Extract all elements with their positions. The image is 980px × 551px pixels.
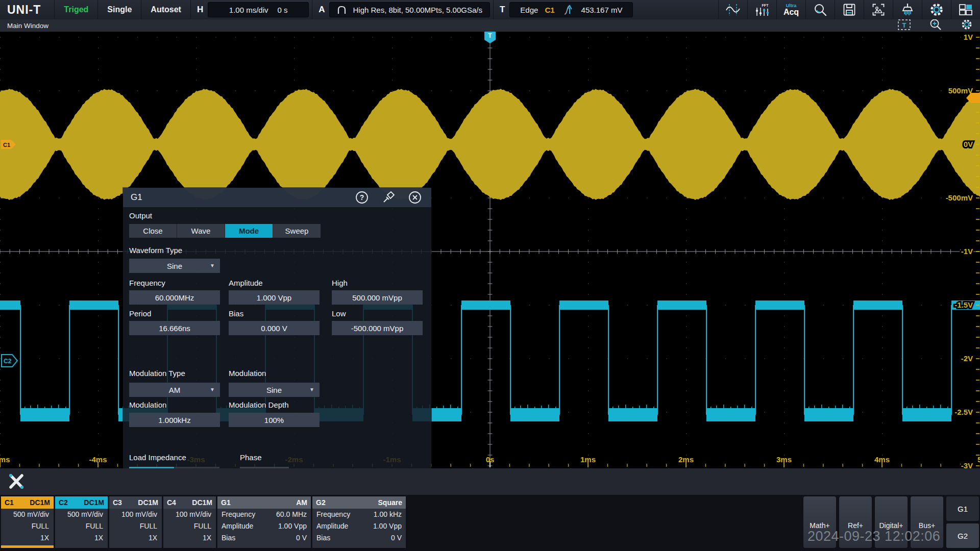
channel-setting: 1X — [1, 532, 54, 544]
fft-button[interactable]: FFT — [747, 0, 776, 19]
trigger-status-button[interactable]: Triged — [54, 0, 97, 19]
channel-setting: 500 mV/div — [1, 509, 54, 520]
tab-sweep[interactable]: Sweep — [273, 224, 321, 238]
time-axis-label: 1ms — [580, 455, 596, 464]
close-icon[interactable] — [408, 191, 422, 204]
modulation-freq-field[interactable]: 1.000kHz — [129, 413, 220, 427]
channel-setting: 500 mV/div — [55, 509, 108, 520]
trigger-display[interactable]: Edge C1 453.167 mV — [509, 2, 633, 17]
phase-label: Phase — [240, 453, 262, 462]
window-layout-button[interactable] — [951, 0, 980, 19]
channel-block-c4[interactable]: C4DC1M100 mV/divFULL1X — [163, 496, 216, 548]
tab-wave[interactable]: Wave — [177, 224, 225, 238]
high-field[interactable]: 500.000 mVpp — [332, 290, 423, 305]
time-axis-label: -4ms — [89, 455, 107, 464]
trigger-position-marker[interactable]: T — [484, 32, 496, 40]
autoset-button[interactable]: Autoset — [141, 0, 190, 19]
window-bar: Main Window T — [0, 19, 980, 32]
channel-setting: 1X — [55, 532, 108, 544]
trigger-level-marker[interactable] — [966, 93, 980, 103]
generator-id: G1 — [221, 498, 231, 507]
modulation-wave-dropdown[interactable]: Sine ▼ — [229, 383, 320, 397]
g2-side-button[interactable]: G2 — [946, 523, 979, 548]
time-axis-label: 5ms — [977, 455, 980, 464]
acquire-display[interactable]: High Res, 8bit, 50.00MPts, 5.00GSa/s — [329, 2, 489, 17]
svg-text:C1: C1 — [3, 142, 10, 148]
help-icon[interactable]: ? — [355, 191, 369, 204]
output-label: Output — [129, 211, 152, 220]
channel-setting: FULL — [163, 520, 216, 532]
setting-value: 1.00 Vpp — [373, 520, 402, 532]
tab-mode[interactable]: Mode — [225, 224, 273, 238]
generator-side-buttons: G1G2 — [946, 496, 979, 551]
modulation-freq-label: Modulation — [129, 400, 166, 409]
timebase-display[interactable]: 1.00 ms/div 0 s — [208, 2, 309, 17]
channel-block-c1[interactable]: C1DC1M500 mV/divFULL1X — [1, 496, 54, 548]
annotation-t-icon: T — [898, 19, 911, 30]
horizontal-offset: 0 s — [278, 6, 288, 14]
frequency-field[interactable]: 60.000MHz — [129, 290, 220, 305]
channel-block-c3[interactable]: C3DC1M100 mV/divFULL1X — [109, 496, 162, 548]
generator-block-g1[interactable]: G1AMFrequency60.0 MHzAmplitude1.00 VppBi… — [217, 496, 311, 548]
waveform-display[interactable]: -5ms-4ms-3ms-2ms-1ms0s1ms2ms3ms4ms5ms1V5… — [0, 32, 980, 468]
bus-button[interactable]: Bus+ — [911, 496, 943, 548]
window-title: Main Window — [7, 22, 48, 30]
channel-header: C4DC1M — [163, 496, 216, 509]
screenshot-button[interactable] — [864, 0, 893, 19]
setting-label: Bias — [222, 532, 235, 544]
chevron-down-icon: ▼ — [309, 387, 314, 392]
svg-text:C2: C2 — [4, 358, 12, 365]
setting-label: Frequency — [222, 509, 255, 520]
waveform-type-dropdown[interactable]: Sine ▼ — [129, 259, 220, 273]
pin-icon[interactable] — [382, 191, 395, 204]
trigger-source: C1 — [545, 6, 554, 14]
time-axis-label: 0s — [486, 455, 495, 464]
channel2-marker[interactable]: C2 — [1, 354, 18, 367]
channel-setting: FULL — [55, 520, 108, 532]
cursor-measure-button[interactable] — [718, 0, 747, 19]
generator-setting: Bias0 V — [312, 532, 406, 544]
voltage-axis-label: -2V — [961, 354, 973, 363]
channel1-marker[interactable]: C1 — [1, 140, 16, 149]
status-bar-spacer — [407, 496, 802, 551]
zoom-button[interactable] — [929, 18, 942, 33]
single-button[interactable]: Single — [97, 0, 141, 19]
modulation-type-dropdown[interactable]: AM ▼ — [129, 383, 220, 397]
modulation-depth-label: Modulation Depth — [229, 400, 289, 409]
amplitude-field[interactable]: 1.000 Vpp — [229, 290, 320, 305]
generator-block-g2[interactable]: G2SquareFrequency1.00 kHzAmplitude1.00 V… — [312, 496, 406, 548]
channel-header: C1DC1M — [1, 496, 54, 509]
channel-block-c2[interactable]: C2DC1M500 mV/divFULL1X — [55, 496, 108, 548]
crossed-probes-icon[interactable] — [6, 472, 26, 491]
generator-setting: Amplitude1.00 Vpp — [312, 520, 406, 532]
tool-strip — [0, 468, 980, 495]
fft-icon: FFT — [754, 3, 770, 17]
bias-label: Bias — [229, 309, 243, 318]
tab-close[interactable]: Close — [129, 224, 177, 238]
clear-button[interactable] — [893, 0, 922, 19]
g1-side-button[interactable]: G1 — [946, 496, 979, 521]
modulation-depth-field[interactable]: 100% — [229, 413, 320, 427]
display-settings-button[interactable] — [961, 18, 973, 33]
pulse-icon — [337, 4, 347, 15]
low-field[interactable]: -500.000 mVpp — [332, 321, 423, 335]
period-field[interactable]: 16.666ns — [129, 321, 220, 335]
digital-button[interactable]: Digital+ — [875, 496, 908, 548]
modulation-wave-label: Modulation — [229, 369, 266, 378]
gear-icon — [961, 18, 973, 31]
save-button[interactable] — [835, 0, 864, 19]
high-label: High — [332, 279, 348, 287]
ultra-acq-button[interactable]: Ultra Acq — [776, 0, 805, 19]
bias-field[interactable]: 0.000 V — [229, 321, 320, 335]
frequency-label: Frequency — [129, 279, 165, 287]
math-button[interactable]: Math+ — [803, 496, 836, 548]
rising-edge-icon — [561, 4, 575, 16]
settings-button[interactable] — [922, 0, 951, 19]
generator-setting: Frequency1.00 kHz — [312, 509, 406, 520]
trigger-level: 453.167 mV — [581, 6, 623, 14]
time-axis-label: -5ms — [0, 455, 10, 464]
ref-button[interactable]: Ref+ — [839, 496, 872, 548]
channel-coupling: DC1M — [30, 498, 50, 507]
search-button[interactable] — [805, 0, 835, 19]
annotation-button[interactable]: T — [898, 19, 911, 32]
